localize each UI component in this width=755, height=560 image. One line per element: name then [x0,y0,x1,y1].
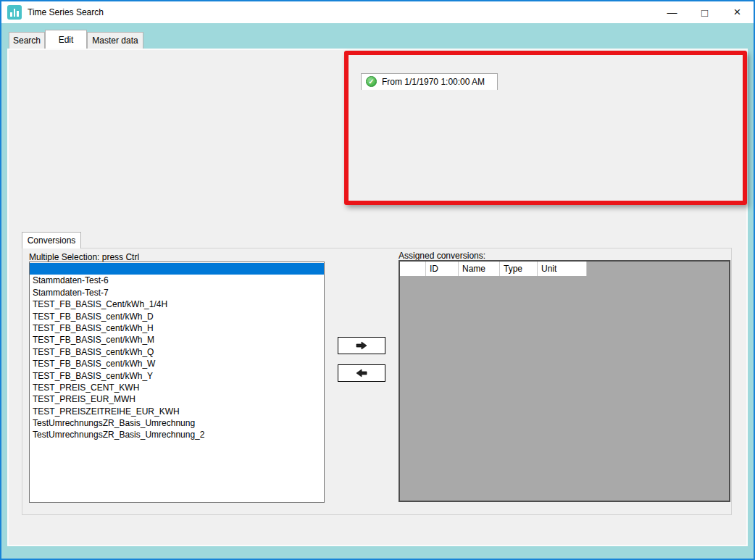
window-body: Time Series Search — □ × Search Edit Mas… [1,1,754,559]
list-item[interactable]: TEST_PREIS_CENT_KWH [30,382,324,393]
minimize-icon: — [667,7,677,18]
list-item[interactable] [30,263,324,275]
column-header[interactable] [400,262,426,276]
list-item[interactable]: Stammdaten-Test-7 [30,287,324,298]
list-item[interactable]: TEST_FB_BASIS_cent/kWh_M [30,334,324,346]
close-icon: × [734,5,741,20]
app-window: Time Series Search — □ × Search Edit Mas… [0,0,755,560]
minimize-button[interactable]: — [656,1,688,23]
formula-date-tab[interactable]: ✓ From 1/1/1970 1:00:00 AM [361,73,498,90]
column-header[interactable]: Unit [538,262,587,276]
maximize-icon: □ [701,7,708,19]
arrow-right-icon [356,341,367,350]
list-item[interactable]: TEST_PREIS_EUR_MWH [30,393,324,405]
app-logo-icon [7,5,22,20]
column-header[interactable]: ID [426,262,459,276]
column-header[interactable]: Name [459,262,500,276]
list-item[interactable]: TEST_FB_BASIS_cent/kWh_Q [30,346,324,358]
window-title: Time Series Search [28,1,104,23]
tab-edit-label: Edit [59,35,74,45]
date-tab-check-icon: ✓ [366,76,377,87]
tab-edit[interactable]: Edit [45,30,87,49]
assigned-conversions-grid[interactable]: IDNameTypeUnit [399,260,730,502]
date-tab-label: From 1/1/1970 1:00:00 AM [382,77,485,87]
unassign-left-button[interactable] [338,364,385,382]
close-button[interactable]: × [721,1,754,23]
list-item[interactable]: TEST_PREISZEITREIHE_EUR_KWH [30,406,324,417]
tab-master-data-label: Master data [92,35,138,46]
tab-search-label: Search [13,35,41,46]
assign-right-button[interactable] [338,337,385,354]
list-item[interactable]: TEST_FB_BASIS_cent/kWh_W [30,358,324,369]
check-glyph: ✓ [368,78,374,85]
column-header[interactable]: Type [500,262,538,276]
title-bar: Time Series Search — □ × [1,1,754,23]
arrow-left-icon [356,369,367,377]
list-item[interactable]: Stammdaten-Test-6 [30,275,324,286]
list-item[interactable]: TEST_FB_BASIS_cent/kWh_H [30,322,324,334]
list-item[interactable]: TestUmrechnungsZR_Basis_Umrechnung_2 [30,429,324,440]
list-item[interactable]: TEST_FB_BASIS_Cent/kWh_1/4H [30,298,324,310]
conversions-listbox[interactable]: Stammdaten-Test-6Stammdaten-Test-7TEST_F… [29,262,325,503]
tab-conversions-label: Conversions [28,235,76,246]
assigned-table-header: IDNameTypeUnit [400,262,729,276]
tab-master-data[interactable]: Master data [87,32,143,49]
maximize-button[interactable]: □ [688,1,721,23]
multi-select-hint: Multiple Selection: press Ctrl [29,252,139,262]
tab-conversions[interactable]: Conversions [22,232,81,248]
tab-search[interactable]: Search [9,32,45,49]
assigned-conversions-label: Assigned conversions: [399,251,485,261]
list-item[interactable]: TEST_FB_BASIS_cent/kWh_D [30,311,324,322]
list-item[interactable]: TEST_FB_BASIS_cent/kWh_Y [30,370,324,382]
list-item[interactable]: TestUmrechnungsZR_Basis_Umrechnung [30,417,324,429]
